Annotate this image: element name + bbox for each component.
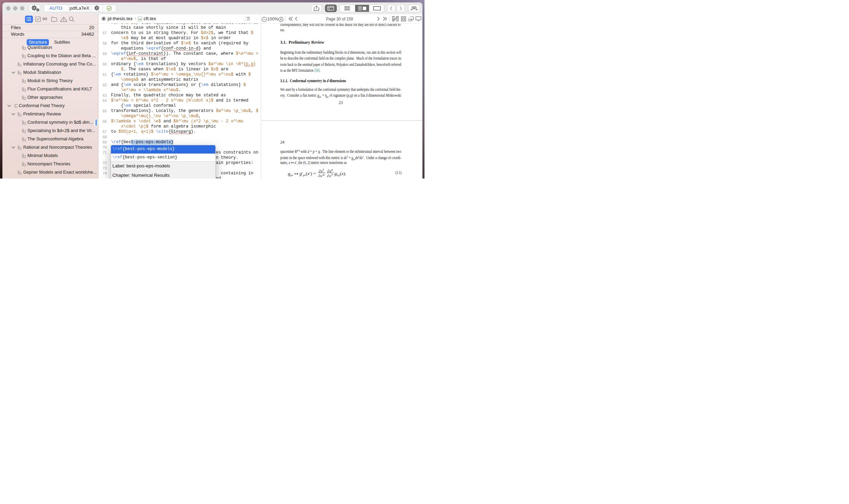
svg-text:TeX: TeX	[138, 18, 141, 20]
